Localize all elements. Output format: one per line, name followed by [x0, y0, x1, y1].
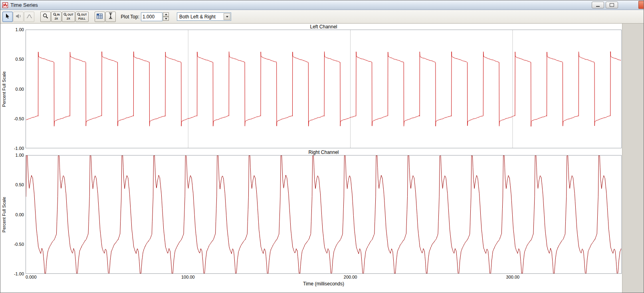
maximize-button[interactable] [606, 2, 618, 8]
left-channel-plot-frame [26, 30, 622, 148]
minimize-icon [596, 6, 600, 7]
zoom-in-2x-label-top: IN [57, 13, 60, 16]
vertical-scale-button[interactable] [105, 12, 116, 22]
y-tick-label: 0.00 [16, 87, 24, 92]
waveform-trace [26, 52, 621, 126]
right-margin [622, 24, 644, 293]
right-channel-plot[interactable] [26, 155, 621, 273]
chart-area: Left Channel Percent Full Scale 1.000.50… [0, 24, 644, 293]
left-channel-y-ticks: 1.000.500.00-0.50-1.00 [8, 30, 24, 148]
y-axis-label-text: Percent Full Scale [2, 197, 6, 232]
y-tick-label: 0.50 [16, 182, 24, 187]
right-channel-y-axis-label: Percent Full Scale [0, 155, 8, 274]
left-channel-title: Left Channel [26, 24, 622, 30]
zoom-in-2x-label-bottom: 2X [55, 17, 58, 20]
plot-top-label: Plot Top: [121, 14, 139, 20]
x-tick-label: 200.00 [344, 275, 357, 279]
dropdown-arrow-button[interactable] [224, 13, 230, 20]
channel-select-dropdown[interactable]: Both Left & Right [177, 12, 231, 21]
pointer-tool-button[interactable] [2, 12, 13, 22]
titlebar[interactable]: Time Series [0, 0, 644, 10]
y-tick-label: -0.50 [14, 116, 24, 121]
y-tick-label: 0.50 [16, 57, 24, 62]
y-tick-label: -1.00 [14, 271, 24, 276]
x-tick-label: 0.000 [26, 275, 37, 279]
magnifier-in-icon [53, 13, 57, 17]
display-options-button[interactable] [95, 12, 105, 22]
waveform-trace [26, 155, 621, 273]
zoom-out-2x-label-top: OUT [67, 13, 73, 16]
window-controls [592, 2, 618, 8]
zoom-out-2x-button[interactable]: OUT 2X [62, 12, 75, 22]
x-tick-label: 300.00 [506, 275, 520, 279]
x-axis-ticks: 0.000100.00200.00300.00 [26, 275, 622, 280]
left-channel-plot[interactable] [26, 30, 621, 148]
minimize-button[interactable] [592, 2, 604, 8]
y-tick-label: 0.00 [16, 212, 24, 217]
zoom-out-full-button[interactable]: OUT FULL [75, 12, 89, 22]
vertical-scale-icon [108, 12, 113, 21]
y-tick-label: 1.00 [16, 27, 24, 32]
app-icon [2, 2, 8, 8]
magnifier-out-full-icon [77, 13, 81, 17]
plot-top-spinner [163, 12, 169, 21]
x-tick-label: 100.00 [181, 275, 195, 279]
channel-select-value: Both Left & Right [179, 14, 216, 20]
play-audio-button[interactable] [13, 12, 24, 22]
zoom-out-full-label-top: OUT [81, 13, 87, 16]
zoom-in-2x-button[interactable]: IN 2X [51, 12, 61, 22]
y-axis-label-text: Percent Full Scale [2, 71, 6, 107]
grid-icon [97, 13, 103, 20]
y-tick-label: -1.00 [14, 146, 24, 151]
magnifier-icon [43, 13, 48, 20]
y-tick-label: 1.00 [16, 153, 24, 157]
cursor-arrow-icon [5, 13, 10, 20]
x-axis-title: Time (milliseconds) [26, 281, 622, 287]
zoom-out-full-label-bottom: FULL [78, 17, 85, 20]
plot-top-input[interactable] [141, 12, 162, 21]
chevron-down-icon [226, 16, 228, 18]
right-channel-y-ticks: 1.000.500.00-0.50-1.00 [8, 155, 24, 274]
left-channel-y-axis-label: Percent Full Scale [0, 30, 8, 148]
window-title: Time Series [10, 2, 38, 8]
right-channel-plot-frame [26, 155, 622, 274]
right-channel-title: Right Channel [26, 149, 622, 155]
spinner-up-button[interactable] [163, 12, 169, 17]
waveform-icon [26, 13, 32, 20]
zoom-tool-button[interactable] [40, 12, 51, 22]
toolbar: IN 2X OUT 2X OUT FULL [0, 10, 644, 24]
y-tick-label: -0.50 [14, 242, 24, 247]
spinner-down-button[interactable] [163, 17, 169, 21]
down-arrow-icon [165, 18, 167, 20]
up-arrow-icon [165, 14, 167, 15]
time-series-window: Time Series [0, 0, 644, 293]
waveform-tool-button[interactable] [24, 12, 34, 22]
speaker-icon [16, 13, 22, 20]
magnifier-out-icon [63, 13, 67, 17]
maximize-icon [610, 3, 614, 7]
close-button[interactable] [638, 1, 644, 9]
zoom-out-2x-label-bottom: 2X [67, 17, 70, 20]
